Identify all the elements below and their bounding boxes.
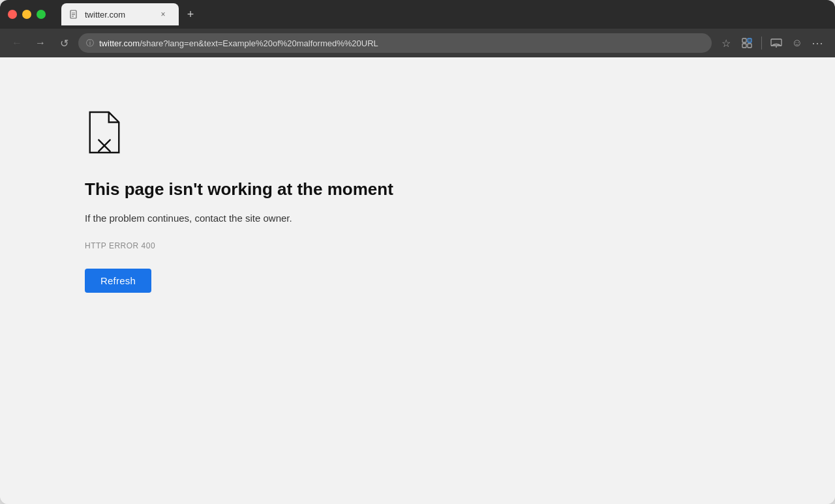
tab-favicon-icon: [69, 9, 80, 20]
emoji-button[interactable]: ☺: [788, 34, 806, 52]
address-base-url: twitter.com: [99, 38, 140, 48]
toolbar: ← → ↺ ⓘ twitter.com/share?lang=en&text=E…: [0, 29, 835, 57]
security-icon: ⓘ: [86, 38, 94, 49]
bookmark-button[interactable]: ☆: [717, 34, 735, 52]
traffic-lights: [8, 10, 46, 19]
bookmark-icon: ☆: [721, 37, 731, 50]
extensions-button[interactable]: [738, 34, 756, 52]
address-bar[interactable]: ⓘ twitter.com/share?lang=en&text=Example…: [78, 33, 712, 53]
svg-point-9: [776, 46, 777, 48]
forward-button[interactable]: →: [31, 34, 50, 52]
address-path: /share?lang=en&text=Example%20of%20malfo…: [140, 38, 378, 48]
cast-icon: [770, 38, 782, 48]
svg-rect-4: [742, 38, 746, 42]
tab-title: twitter.com: [85, 10, 153, 20]
error-code: HTTP ERROR 400: [85, 241, 155, 250]
toolbar-actions: ☆ ☺ ⋯: [717, 34, 827, 52]
reload-icon: ↺: [60, 37, 68, 50]
tab-close-button[interactable]: ×: [158, 9, 168, 20]
back-icon: ←: [12, 37, 22, 49]
close-window-button[interactable]: [8, 10, 17, 19]
page-content: This page isn't working at the moment If…: [0, 57, 835, 504]
error-container: This page isn't working at the moment If…: [85, 110, 393, 293]
title-bar: twitter.com × +: [0, 0, 835, 29]
toolbar-divider: [761, 37, 762, 50]
extensions-icon: [741, 37, 753, 49]
error-title: This page isn't working at the moment: [85, 179, 393, 201]
address-text: twitter.com/share?lang=en&text=Example%2…: [99, 38, 704, 48]
menu-button[interactable]: ⋯: [809, 34, 827, 52]
browser-tab[interactable]: twitter.com ×: [61, 3, 179, 25]
error-description: If the problem continues, contact the si…: [85, 211, 292, 226]
svg-rect-5: [748, 38, 752, 42]
minimize-window-button[interactable]: [22, 10, 31, 19]
reload-button[interactable]: ↺: [55, 34, 73, 52]
svg-rect-6: [742, 44, 746, 48]
emoji-icon: ☺: [792, 37, 802, 49]
forward-icon: →: [35, 37, 46, 49]
tab-area: twitter.com × +: [61, 3, 827, 25]
new-tab-button[interactable]: +: [181, 5, 200, 23]
back-button[interactable]: ←: [8, 34, 26, 52]
error-icon: [85, 110, 124, 158]
svg-rect-7: [748, 44, 752, 48]
cast-button[interactable]: [767, 34, 785, 52]
menu-icon: ⋯: [812, 36, 825, 50]
maximize-window-button[interactable]: [37, 10, 46, 19]
refresh-button[interactable]: Refresh: [85, 269, 151, 293]
browser-window: twitter.com × + ← → ↺ ⓘ twitter.com/shar…: [0, 0, 835, 504]
